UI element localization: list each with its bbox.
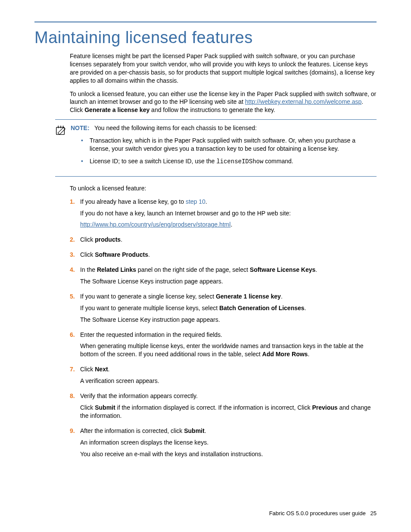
top-rule	[34, 22, 377, 22]
bold-text: Software Products	[95, 251, 148, 258]
step-line: Enter the requested information in the r…	[80, 331, 377, 339]
step-number: 7.	[70, 365, 80, 389]
text: If you want to generate a single license…	[80, 293, 216, 300]
step-body: Verify that the information appears corr…	[80, 392, 377, 423]
bold-text: Generate 1 license key	[216, 293, 281, 300]
step-body: If you want to generate a single license…	[80, 292, 377, 327]
list-item: 9.After the information is corrected, cl…	[70, 427, 377, 462]
text: .	[315, 266, 317, 273]
text: When generating multiple license keys, e…	[80, 342, 364, 358]
step-line: After the information is corrected, clic…	[80, 427, 377, 435]
text: If you do not have a key, launch an Inte…	[80, 210, 291, 217]
list-item: 3.Click Software Products.	[70, 251, 377, 262]
step-line: If you already have a license key, go to…	[80, 198, 377, 206]
step-number: 2.	[70, 236, 80, 247]
step-number: 4.	[70, 266, 80, 289]
step-line: http://www.hp.com/country/us/eng/prodser…	[80, 221, 377, 229]
page-title: Maintaining licensed features	[34, 28, 377, 47]
step-reference[interactable]: step 10	[186, 198, 206, 205]
step-body: After the information is corrected, clic…	[80, 427, 377, 462]
step-body: In the Related Links panel on the right …	[80, 266, 377, 289]
step-line: You also receive an e-mail with the keys…	[80, 450, 377, 458]
step-body: Click Next.A verification screen appears…	[80, 365, 377, 389]
text: If you already have a license key, go to	[80, 198, 186, 205]
intro-paragraph-1: Feature licenses might be part the licen…	[70, 52, 377, 85]
command-code: licenseIDShow	[216, 158, 263, 165]
text: An information screen displays the licen…	[80, 439, 209, 446]
bold-text: products	[95, 236, 121, 243]
bullet-icon: •	[81, 137, 85, 153]
step-body: If you already have a license key, go to…	[80, 198, 377, 233]
text: The Software License Keys instruction pa…	[80, 278, 223, 285]
text: .	[148, 251, 150, 258]
list-item: • Transaction key, which is in the Paper…	[81, 137, 377, 153]
text: .	[230, 221, 232, 228]
link[interactable]: http://www.hp.com/country/us/eng/prodser…	[80, 221, 230, 228]
text: .	[121, 236, 122, 243]
text: if the information displayed is correct.…	[115, 404, 312, 411]
bold-text: Previous	[312, 404, 337, 411]
text: You also receive an e-mail with the keys…	[80, 451, 263, 457]
note-block: NOTE: You need the following items for e…	[55, 119, 377, 177]
text: After the information is corrected, clic…	[80, 427, 184, 434]
footer-title: Fabric OS 5.0.0 procedures user guide	[269, 510, 366, 516]
step-line: If you want to generate multiple license…	[80, 304, 377, 312]
text: .	[108, 366, 110, 373]
list-item: • License ID; to see a switch License ID…	[81, 157, 377, 166]
list-item: 1.If you already have a license key, go …	[70, 198, 377, 233]
text: Enter the requested information in the r…	[80, 331, 222, 338]
text: License ID; to see a switch License ID, …	[90, 158, 216, 165]
step-line: Click Software Products.	[80, 251, 377, 259]
bold-text: Submit	[95, 404, 115, 411]
list-item: 4.In the Related Links panel on the righ…	[70, 266, 377, 289]
step-line: Click Next.	[80, 365, 377, 373]
bold-text: Next	[95, 366, 108, 373]
step-line: When generating multiple license keys, e…	[80, 342, 377, 358]
step-number: 3.	[70, 251, 80, 262]
bullet-text: License ID; to see a switch License ID, …	[90, 157, 293, 166]
step-line: If you do not have a key, launch an Inte…	[80, 209, 377, 218]
step-body: Click products.	[80, 236, 377, 247]
text: .	[205, 427, 206, 434]
text: A verification screen appears.	[80, 377, 159, 384]
note-bullets: • Transaction key, which is in the Paper…	[81, 137, 377, 166]
page-footer: Fabric OS 5.0.0 procedures user guide 25	[269, 510, 377, 516]
text: .	[206, 198, 207, 205]
list-item: 6.Enter the requested information in the…	[70, 331, 377, 362]
text: command.	[263, 158, 293, 165]
text: If you want to generate multiple license…	[80, 305, 219, 311]
text: Click	[80, 251, 95, 258]
bold-text: Add More Rows	[262, 351, 308, 358]
text: .	[308, 351, 309, 358]
step-line: Verify that the information appears corr…	[80, 392, 377, 400]
step-body: Enter the requested information in the r…	[80, 331, 377, 362]
text: panel on the right side of the page, sel…	[136, 266, 250, 273]
bullet-text: Transaction key, which is in the Paper P…	[90, 137, 377, 153]
list-item: 8.Verify that the information appears co…	[70, 392, 377, 423]
text: Click	[80, 236, 95, 243]
step-line: If you want to generate a single license…	[80, 292, 377, 301]
step-number: 8.	[70, 392, 80, 423]
step-line: Click Submit if the information displaye…	[80, 404, 377, 420]
text: and follow the instructions to generate …	[149, 106, 275, 113]
note-text: NOTE: You need the following items for e…	[71, 124, 377, 132]
step-number: 5.	[70, 292, 80, 327]
generate-key-label: Generate a license key	[84, 106, 149, 113]
step-line: The Software License Key instruction pag…	[80, 316, 377, 324]
bold-text: Software License Keys	[250, 266, 316, 273]
intro-paragraph-2: To unlock a licensed feature, you can ei…	[70, 90, 377, 115]
text: Click	[80, 366, 95, 373]
note-label: NOTE:	[71, 124, 90, 131]
list-item: 5.If you want to generate a single licen…	[70, 292, 377, 327]
step-body: Click Software Products.	[80, 251, 377, 262]
list-item: 2.Click products.	[70, 236, 377, 247]
bold-text: Batch Generation of Licenses	[219, 305, 305, 311]
list-item: 7.Click Next.A verification screen appea…	[70, 365, 377, 389]
text: The Software License Key instruction pag…	[80, 316, 220, 323]
webkey-link[interactable]: http://webkey.external.hp.com/welcome.as…	[245, 98, 362, 105]
step-line: Click products.	[80, 236, 377, 244]
text: Click	[80, 404, 95, 411]
step-number: 9.	[70, 427, 80, 462]
note-body: You need the following items for each ch…	[94, 124, 257, 131]
unlock-intro: To unlock a licensed feature:	[70, 184, 377, 193]
